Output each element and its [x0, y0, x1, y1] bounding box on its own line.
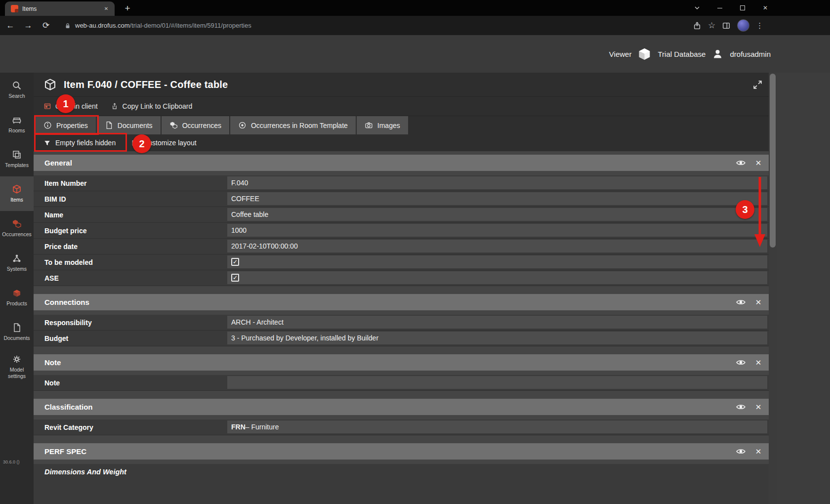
- reload-button[interactable]: ⟳: [39, 18, 53, 33]
- sidebar-item-occurrences[interactable]: Occurrences: [0, 211, 34, 246]
- scrollbar-thumb[interactable]: [770, 74, 776, 248]
- field-value[interactable]: 2017-02-10T00:00:00: [227, 240, 767, 252]
- viewer-cube-icon[interactable]: [638, 47, 651, 61]
- field-label: Budget: [44, 335, 68, 342]
- sidebar-item-label: Search: [8, 93, 25, 99]
- sidebar-item-label: Documents: [3, 335, 30, 341]
- sidebar-item-model-settings[interactable]: Model settings: [0, 349, 34, 384]
- browser-tab[interactable]: Items ✕: [5, 1, 115, 16]
- user-icon[interactable]: [712, 48, 723, 60]
- lock-icon[interactable]: [64, 22, 71, 30]
- field-value[interactable]: Coffee table: [227, 208, 767, 221]
- section-header: PERF SPEC✕: [34, 443, 769, 460]
- field-value[interactable]: COFFEE: [227, 192, 767, 205]
- section-title: Classification: [44, 403, 736, 411]
- section-general: General✕Item NumberF.040BIM IDCOFFEEName…: [34, 155, 769, 286]
- section-title: General: [44, 159, 736, 167]
- section-rows: Dimensions And Weight: [34, 464, 769, 504]
- close-section-icon[interactable]: ✕: [754, 358, 763, 367]
- section-rows: Revit CategoryFRN – Furniture: [34, 420, 769, 435]
- sidebar-item-products[interactable]: Products: [0, 280, 34, 315]
- tab-occurrences[interactable]: Occurrences: [162, 116, 229, 134]
- new-tab-button[interactable]: +: [121, 1, 134, 15]
- bookmark-star-icon[interactable]: ☆: [708, 21, 715, 30]
- tab-close-icon[interactable]: ✕: [102, 5, 110, 13]
- checkbox[interactable]: ✓: [231, 274, 239, 282]
- sidebar-item-label: Systems: [7, 266, 27, 272]
- eye-icon[interactable]: [736, 357, 746, 368]
- sidebar-item-search[interactable]: Search: [0, 73, 34, 107]
- eye-icon[interactable]: [736, 297, 746, 307]
- open-in-client-icon: [43, 102, 51, 110]
- annotation-box-properties-tab: [34, 115, 99, 135]
- field-row: Item NumberF.040: [34, 175, 769, 191]
- browser-toolbar: ← → ⟳ web-au.drofus.com/trial-demo/01/#/…: [0, 16, 830, 35]
- sidebar-item-label: Templates: [5, 162, 29, 168]
- field-value[interactable]: 1000: [227, 224, 767, 237]
- tab-search-icon[interactable]: [686, 0, 708, 16]
- sidebar-item-items[interactable]: Items: [0, 176, 34, 211]
- field-row: Budget3 - Purchased by Developer, instal…: [34, 331, 769, 346]
- copy-link-label: Copy Link to Clipboard: [123, 102, 193, 110]
- close-section-icon[interactable]: ✕: [754, 298, 763, 307]
- subsection-label: Dimensions And Weight: [44, 468, 126, 476]
- browser-tab-title: Items: [22, 5, 98, 12]
- browser-profile-avatar[interactable]: [737, 19, 749, 32]
- tab-label: Documents: [118, 122, 153, 129]
- window-controls: ✕: [686, 0, 777, 16]
- sidebar-item-templates[interactable]: Templates: [0, 142, 34, 176]
- tab-label: Occurrences in Room Template: [251, 122, 348, 129]
- field-value: ✓: [227, 271, 767, 284]
- section-note: Note✕Note: [34, 354, 769, 391]
- minimize-button[interactable]: [708, 0, 731, 16]
- tab-label: Occurrences: [182, 122, 221, 129]
- tab-occurrences-in-room-template[interactable]: Occurrences in Room Template: [230, 116, 356, 134]
- close-section-icon[interactable]: ✕: [754, 159, 763, 168]
- maximize-button[interactable]: [731, 0, 754, 16]
- back-button[interactable]: ←: [3, 18, 18, 33]
- field-row: Budget price1000: [34, 223, 769, 239]
- forward-button[interactable]: →: [21, 18, 36, 33]
- close-button[interactable]: ✕: [754, 0, 777, 16]
- checkbox[interactable]: ✓: [231, 258, 239, 266]
- field-row: Note: [34, 375, 769, 391]
- eye-icon[interactable]: [736, 158, 746, 168]
- sidebar-item-systems[interactable]: Systems: [0, 246, 34, 280]
- eye-icon[interactable]: [736, 446, 746, 457]
- drofus-favicon-icon: [11, 5, 18, 12]
- copy-link-button[interactable]: Copy Link to Clipboard: [111, 102, 193, 110]
- fullscreen-icon[interactable]: [752, 80, 763, 90]
- field-label: Responsibility: [44, 319, 92, 327]
- side-panel-icon[interactable]: [722, 21, 731, 30]
- field-value[interactable]: [227, 376, 767, 389]
- field-row: BIM IDCOFFEE: [34, 191, 769, 207]
- url-domain: web-au.drofus.com: [75, 22, 130, 29]
- section-rows: Item NumberF.040BIM IDCOFFEENameCoffee t…: [34, 175, 769, 286]
- close-section-icon[interactable]: ✕: [754, 403, 763, 412]
- sections: General✕Item NumberF.040BIM IDCOFFEEName…: [34, 155, 769, 504]
- close-section-icon[interactable]: ✕: [754, 447, 763, 456]
- tab-images[interactable]: Images: [357, 116, 408, 134]
- browser-menu-icon[interactable]: ⋮: [756, 21, 763, 30]
- sidebar-item-documents[interactable]: Documents: [0, 315, 34, 349]
- section-connections: Connections✕ResponsibilityARCH - Archite…: [34, 294, 769, 346]
- sidebar-item-rooms[interactable]: Rooms: [0, 107, 34, 142]
- field-value[interactable]: 3 - Purchased by Developer, installed by…: [227, 332, 767, 344]
- products-icon: [12, 288, 22, 298]
- field-label: Revit Category: [44, 423, 93, 431]
- occurrence-icon: [169, 121, 178, 129]
- tab-documents[interactable]: Documents: [97, 116, 161, 134]
- app-header: ‹ › Items Viewer Trial Database drofusad…: [0, 35, 830, 73]
- field-value[interactable]: ARCH - Architect: [227, 316, 767, 329]
- field-label: ASE: [44, 274, 59, 282]
- sidebar-item-label: Rooms: [8, 127, 25, 134]
- address-bar[interactable]: web-au.drofus.com/trial-demo/01/#/items/…: [75, 22, 251, 29]
- field-value[interactable]: FRN – Furniture: [227, 420, 767, 433]
- database-label: Trial Database: [658, 50, 706, 58]
- annotation-arrow-down: [752, 174, 768, 249]
- vertical-scrollbar[interactable]: [769, 73, 777, 504]
- field-value[interactable]: F.040: [227, 176, 767, 189]
- systems-icon: [12, 253, 22, 263]
- share-icon[interactable]: [693, 21, 702, 30]
- eye-icon[interactable]: [736, 402, 746, 412]
